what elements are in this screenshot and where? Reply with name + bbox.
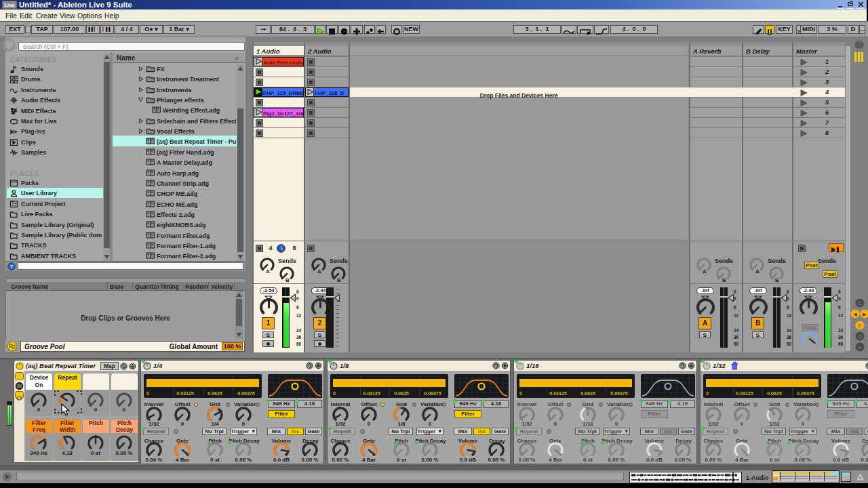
svg-text:▶: ▶ [863,312,867,317]
svg-text:D: D [858,323,861,328]
svg-text:◀: ◀ [853,312,857,317]
svg-text:O: O [858,334,862,339]
svg-text:C: C [858,301,861,306]
svg-text:×: × [859,344,862,350]
svg-text:?: ? [10,264,14,270]
